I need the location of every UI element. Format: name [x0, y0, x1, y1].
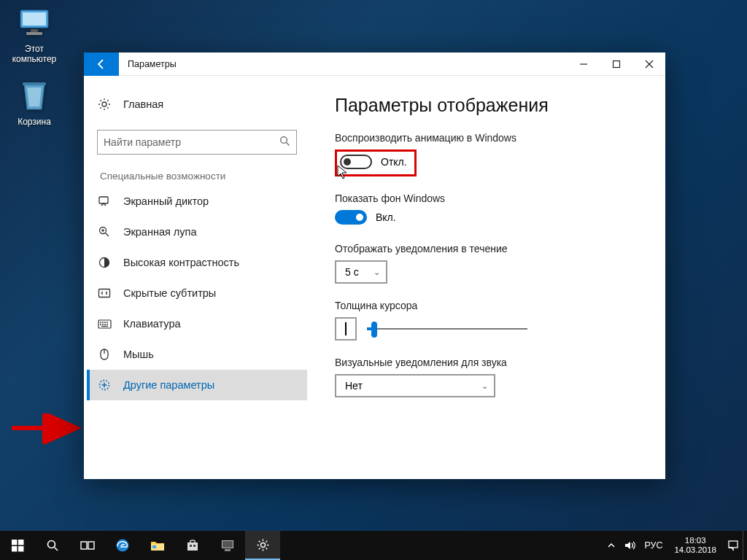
svg-point-32 [100, 324, 101, 324]
toggle-background[interactable]: Вкл. [335, 210, 396, 225]
taskbar-app[interactable] [210, 531, 245, 560]
dropdown-visual-notifications[interactable]: Нет ⌄ [335, 374, 495, 397]
tray-notifications-icon[interactable] [724, 540, 743, 551]
dropdown-notification-duration[interactable]: 5 с ⌄ [335, 260, 387, 284]
search-input[interactable]: Найти параметр [97, 130, 297, 155]
svg-point-31 [107, 322, 107, 322]
sidebar-item-other-options[interactable]: Другие параметры [87, 370, 307, 400]
svg-point-34 [104, 324, 105, 324]
search-button[interactable] [35, 531, 70, 560]
desktop-icon-this-pc[interactable]: Этот компьютер [7, 6, 62, 64]
mouse-icon [97, 347, 112, 362]
chevron-down-icon: ⌄ [481, 381, 488, 391]
svg-line-67 [266, 540, 267, 542]
slider-cursor-thickness[interactable] [367, 320, 527, 338]
svg-rect-55 [193, 545, 196, 547]
sidebar-item-label: Экранная лупа [123, 226, 196, 238]
setting-label-animations: Воспроизводить анимацию в Windows [335, 132, 643, 144]
sidebar-home[interactable]: Главная [87, 89, 307, 120]
cc-icon [97, 286, 112, 300]
chevron-down-icon: ⌄ [374, 268, 380, 277]
magnifier-icon [97, 225, 112, 239]
svg-rect-68 [729, 541, 738, 548]
sidebar-item-closed-captions[interactable]: Скрытые субтитры [87, 278, 307, 308]
svg-rect-49 [88, 542, 94, 549]
maximize-button[interactable] [600, 52, 632, 76]
sidebar-item-label: Экранный диктор [123, 195, 209, 207]
page-title: Параметры отображения [335, 95, 643, 116]
svg-point-33 [102, 324, 103, 324]
svg-rect-54 [190, 545, 192, 547]
svg-point-17 [281, 137, 287, 144]
dropdown-value: 5 с [345, 266, 359, 278]
taskbar-store[interactable] [175, 531, 210, 560]
dropdown-value: Нет [345, 380, 363, 392]
toggle-state-label: Откл. [381, 156, 407, 168]
tray-clock[interactable]: 18:03 14.03.2018 [667, 536, 724, 555]
svg-rect-45 [18, 546, 24, 552]
sidebar-item-narrator[interactable]: Экранный диктор [87, 186, 307, 217]
sidebar-item-label: Главная [123, 98, 163, 110]
tray-chevron-up-icon[interactable] [602, 541, 621, 550]
cursor-preview [335, 317, 357, 341]
svg-rect-25 [99, 289, 110, 298]
tray-language[interactable]: РУС [640, 540, 667, 551]
svg-line-66 [258, 548, 260, 549]
tray-volume-icon[interactable] [621, 540, 640, 551]
minimize-button[interactable] [567, 52, 600, 76]
gear-icon [97, 97, 112, 112]
desktop-icon-recycle-bin[interactable]: Корзина [7, 79, 62, 127]
taskbar-file-explorer[interactable] [140, 531, 175, 560]
start-button[interactable] [0, 531, 35, 560]
taskbar: РУС 18:03 14.03.2018 [0, 531, 747, 560]
svg-line-16 [107, 100, 109, 101]
setting-label-cursor-thickness: Толщина курсора [335, 300, 643, 311]
svg-rect-53 [187, 542, 198, 551]
svg-point-29 [102, 322, 103, 322]
sidebar-item-label: Мышь [123, 349, 154, 360]
svg-point-28 [100, 322, 101, 322]
svg-point-35 [107, 324, 107, 324]
keyboard-icon [97, 316, 112, 331]
svg-rect-57 [222, 541, 233, 548]
close-button[interactable] [632, 52, 665, 76]
sidebar-item-label: Другие параметры [123, 379, 214, 391]
back-button[interactable] [84, 52, 119, 76]
system-tray: РУС 18:03 14.03.2018 [602, 531, 747, 560]
sidebar-item-mouse[interactable]: Мышь [87, 339, 307, 370]
svg-point-59 [260, 542, 265, 547]
annotation-arrow [10, 413, 82, 444]
svg-rect-1 [23, 12, 46, 26]
svg-line-13 [100, 100, 101, 101]
contrast-icon [97, 255, 112, 270]
sidebar-item-keyboard[interactable]: Клавиатура [87, 308, 307, 339]
sidebar-item-high-contrast[interactable]: Высокая контрастность [87, 247, 307, 278]
titlebar: Параметры [84, 52, 665, 76]
search-icon [279, 136, 290, 149]
monitor-icon [17, 6, 52, 41]
narrator-icon [97, 194, 112, 209]
svg-point-30 [104, 322, 105, 322]
show-desktop-button[interactable] [743, 531, 747, 560]
annotation-highlight: Откл. [335, 149, 417, 176]
desktop-icon-label: Корзина [7, 117, 62, 127]
svg-line-15 [100, 107, 101, 109]
taskbar-edge[interactable] [105, 531, 140, 560]
svg-rect-7 [613, 61, 619, 67]
toggle-animations[interactable]: Откл. [340, 155, 407, 169]
svg-line-64 [258, 540, 260, 542]
sidebar-item-magnifier[interactable]: Экранная лупа [87, 217, 307, 247]
taskbar-settings[interactable] [245, 531, 280, 560]
svg-rect-2 [31, 29, 38, 32]
svg-line-21 [106, 233, 109, 237]
svg-line-18 [287, 143, 290, 146]
window-title: Параметры [128, 59, 567, 69]
plus-circle-icon [97, 378, 112, 392]
settings-content: Параметры отображения Воспроизводить ани… [310, 76, 665, 479]
svg-rect-4 [23, 82, 46, 85]
svg-rect-52 [152, 545, 156, 548]
sidebar-item-label: Высокая контрастность [123, 257, 239, 268]
task-view-button[interactable] [70, 531, 105, 560]
svg-rect-43 [18, 540, 24, 545]
svg-rect-19 [99, 197, 108, 203]
